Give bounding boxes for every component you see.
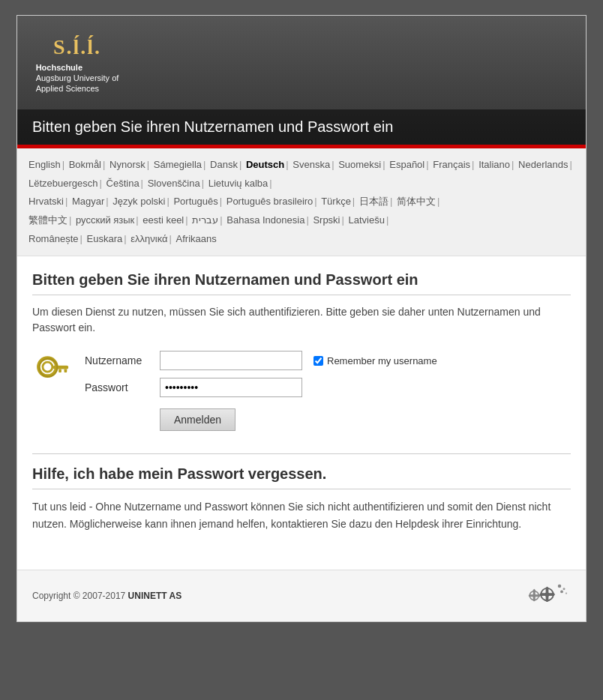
lang-magyar[interactable]: Magyar	[72, 196, 104, 207]
lang-simplified-chinese[interactable]: 简体中文	[397, 196, 436, 207]
lang-hrvatski[interactable]: Hrvatski	[28, 196, 64, 207]
lang-srpski[interactable]: Srpski	[313, 214, 340, 226]
uninett-logo	[526, 581, 571, 611]
logo-area: S.ĺ.ĺ. Hochschule Augsburg University of…	[17, 16, 586, 106]
svg-point-18	[558, 585, 562, 588]
submit-row: Anmelden	[85, 405, 571, 431]
username-label: Nutzername	[85, 354, 160, 366]
lang-svenska[interactable]: Svenska	[292, 159, 330, 170]
remember-checkbox[interactable]	[314, 356, 323, 366]
lang-cestina[interactable]: Čeština	[106, 178, 140, 189]
lang-greek[interactable]: ελληνικά	[130, 233, 167, 244]
lang-jezyk-polski[interactable]: Język polski	[112, 196, 165, 207]
lang-italiano[interactable]: Italiano	[478, 159, 510, 170]
svg-rect-4	[64, 369, 68, 373]
logo-letters: S.ĺ.ĺ.	[53, 35, 101, 59]
header: S.ĺ.ĺ. Hochschule Augsburg University of…	[17, 16, 586, 148]
uninett-link[interactable]: UNINETT AS	[128, 591, 182, 601]
password-input[interactable]	[160, 378, 302, 397]
lang-nynorsk[interactable]: Nynorsk	[110, 159, 146, 170]
lang-francais[interactable]: Français	[433, 159, 470, 170]
lang-latviesu[interactable]: Latviešu	[349, 214, 385, 226]
forgot-password-section: Hilfe, ich habe mein Passwort vergessen.…	[32, 453, 571, 532]
page-container: S.ĺ.ĺ. Hochschule Augsburg University of…	[16, 15, 586, 622]
lang-portugues-br[interactable]: Português brasileiro	[226, 196, 314, 207]
lang-eesti[interactable]: eesti keel	[142, 214, 184, 226]
logo-university-name: Hochschule Augsburg University of Applie…	[36, 62, 119, 94]
key-svg-image	[32, 354, 70, 399]
lang-suomeksi[interactable]: Suomeksi	[338, 159, 381, 170]
lang-turkce[interactable]: Türkçe	[321, 196, 351, 207]
forgot-heading: Hilfe, ich habe mein Passwort vergessen.	[32, 465, 571, 489]
main-content: Bitten geben Sie ihren Nutzernamen und P…	[17, 256, 586, 570]
lang-bahasa[interactable]: Bahasa Indonesia	[226, 214, 304, 226]
remember-label[interactable]: Remember my username	[314, 355, 437, 366]
login-area: Nutzername Remember my username Passwort…	[32, 351, 571, 431]
main-heading: Bitten geben Sie ihren Nutzernamen und P…	[32, 271, 571, 295]
lang-espanol[interactable]: Español	[389, 159, 424, 170]
remember-text: Remember my username	[327, 355, 437, 366]
username-row: Nutzername Remember my username	[85, 351, 571, 370]
submit-button[interactable]: Anmelden	[160, 408, 236, 431]
login-form: Nutzername Remember my username Passwort…	[85, 351, 571, 431]
lang-traditional-chinese[interactable]: 繁體中文	[28, 214, 68, 226]
lang-euskara[interactable]: Euskara	[87, 233, 123, 244]
lang-bokmal[interactable]: Bokmål	[69, 159, 101, 170]
lang-afrikaans[interactable]: Afrikaans	[176, 233, 217, 244]
username-input[interactable]	[160, 351, 302, 370]
uninett-gear-icon	[526, 581, 571, 611]
key-icon	[32, 354, 77, 402]
lang-portugues[interactable]: Português	[173, 196, 218, 207]
main-description: Um diesen Dienst zu nutzen, müssen Sie s…	[32, 304, 571, 336]
lang-samegiella[interactable]: Sámegiella	[154, 159, 202, 170]
svg-point-21	[566, 593, 567, 594]
svg-rect-2	[53, 366, 68, 369]
lang-english[interactable]: English	[28, 159, 61, 170]
lang-hebrew[interactable]: עברית	[192, 214, 218, 226]
svg-point-20	[560, 591, 563, 594]
copyright-text: Copyright © 2007-2017 UNINETT AS	[32, 591, 182, 601]
language-bar: English| Bokmål| Nynorsk| Sámegiella| Da…	[17, 148, 586, 256]
svg-point-19	[563, 588, 566, 590]
header-red-bar	[17, 145, 586, 148]
lang-romaneste[interactable]: Românește	[28, 233, 78, 244]
university-logo: S.ĺ.ĺ. Hochschule Augsburg University of…	[32, 31, 122, 98]
svg-rect-3	[58, 369, 62, 373]
forgot-text: Tut uns leid - Ohne Nutzername und Passw…	[32, 498, 571, 532]
lang-deutsch: Deutsch	[246, 159, 284, 170]
lang-letzebuergesch[interactable]: Lëtzebuergesch	[28, 178, 98, 189]
lang-slovenscina[interactable]: Slovenščina	[148, 178, 200, 189]
header-title-bar: Bitten geben Sie ihren Nutzernamen und P…	[17, 109, 586, 145]
lang-russian[interactable]: русский язык	[76, 214, 134, 226]
lang-nederlands[interactable]: Nederlands	[518, 159, 568, 170]
lang-lietuviu[interactable]: Lietuvių kalba	[208, 178, 268, 189]
password-row: Passwort	[85, 378, 571, 397]
header-title: Bitten geben Sie ihren Nutzernamen und P…	[32, 118, 571, 136]
svg-point-1	[43, 363, 52, 372]
lang-japanese[interactable]: 日本語	[359, 196, 388, 207]
password-label: Passwort	[85, 381, 160, 393]
lang-dansk[interactable]: Dansk	[210, 159, 238, 170]
footer: Copyright © 2007-2017 UNINETT AS	[17, 570, 586, 621]
